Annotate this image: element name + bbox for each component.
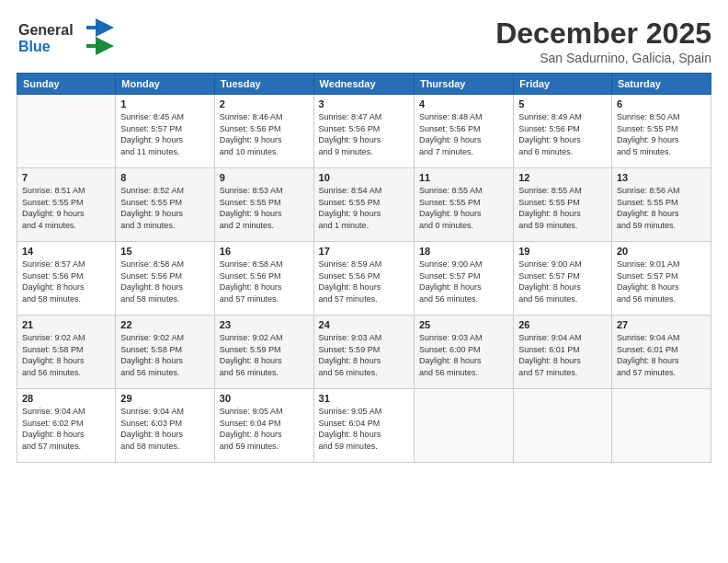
day-info: Sunrise: 8:52 AMSunset: 5:55 PMDaylight:… xyxy=(120,185,210,231)
day-info: Sunrise: 8:46 AMSunset: 5:56 PMDaylight:… xyxy=(220,111,309,157)
logo-blue-text: Blue xyxy=(18,39,51,54)
day-number: 26 xyxy=(518,319,607,330)
day-number: 10 xyxy=(319,172,409,183)
day-number: 11 xyxy=(419,172,508,183)
day-info: Sunrise: 8:47 AMSunset: 5:56 PMDaylight:… xyxy=(319,111,409,157)
day-info: Sunrise: 8:48 AMSunset: 5:56 PMDaylight:… xyxy=(419,111,508,157)
calendar-week-row: 14Sunrise: 8:57 AMSunset: 5:56 PMDayligh… xyxy=(17,242,711,316)
header-thursday: Thursday xyxy=(414,74,513,95)
day-number: 30 xyxy=(220,393,309,404)
calendar-header: Sunday Monday Tuesday Wednesday Thursday… xyxy=(17,74,711,95)
calendar-cell: 8Sunrise: 8:52 AMSunset: 5:55 PMDaylight… xyxy=(116,168,215,242)
calendar-cell: 25Sunrise: 9:03 AMSunset: 6:00 PMDayligh… xyxy=(414,316,513,389)
page: General Blue December 2025 San Sadurnino… xyxy=(0,0,728,563)
day-number: 13 xyxy=(617,172,706,183)
calendar-cell: 30Sunrise: 9:05 AMSunset: 6:04 PMDayligh… xyxy=(214,389,313,463)
day-info: Sunrise: 9:05 AMSunset: 6:04 PMDaylight:… xyxy=(220,406,309,452)
day-info: Sunrise: 9:04 AMSunset: 6:01 PMDaylight:… xyxy=(617,332,706,378)
title-block: December 2025 San Sadurnino, Galicia, Sp… xyxy=(495,17,711,65)
calendar-table: Sunday Monday Tuesday Wednesday Thursday… xyxy=(17,73,711,463)
logo-arrow-icon xyxy=(86,18,114,37)
day-number: 24 xyxy=(319,319,409,330)
header-monday: Monday xyxy=(116,74,215,95)
day-info: Sunrise: 9:02 AMSunset: 5:59 PMDaylight:… xyxy=(220,332,309,378)
calendar-cell: 4Sunrise: 8:48 AMSunset: 5:56 PMDaylight… xyxy=(414,95,513,168)
calendar-cell xyxy=(514,389,612,463)
calendar-cell: 29Sunrise: 9:04 AMSunset: 6:03 PMDayligh… xyxy=(116,389,215,463)
day-number: 2 xyxy=(220,98,309,109)
calendar-cell: 3Sunrise: 8:47 AMSunset: 5:56 PMDaylight… xyxy=(313,95,414,168)
day-info: Sunrise: 8:57 AMSunset: 5:56 PMDaylight:… xyxy=(22,259,110,304)
calendar-cell: 15Sunrise: 8:58 AMSunset: 5:56 PMDayligh… xyxy=(116,242,215,316)
day-number: 16 xyxy=(220,246,309,257)
day-info: Sunrise: 8:55 AMSunset: 5:55 PMDaylight:… xyxy=(518,185,607,231)
day-number: 25 xyxy=(419,319,508,330)
calendar-cell xyxy=(414,389,513,463)
day-info: Sunrise: 8:45 AMSunset: 5:57 PMDaylight:… xyxy=(120,111,210,157)
day-number: 5 xyxy=(518,98,607,109)
calendar-cell: 9Sunrise: 8:53 AMSunset: 5:55 PMDaylight… xyxy=(214,168,313,242)
day-number: 14 xyxy=(22,246,110,257)
calendar-cell: 5Sunrise: 8:49 AMSunset: 5:56 PMDaylight… xyxy=(514,95,612,168)
day-info: Sunrise: 9:00 AMSunset: 5:57 PMDaylight:… xyxy=(419,259,508,304)
day-number: 15 xyxy=(120,246,210,257)
day-number: 7 xyxy=(22,172,110,183)
day-number: 19 xyxy=(518,246,607,257)
calendar-cell xyxy=(17,95,116,168)
day-number: 29 xyxy=(120,393,210,404)
day-number: 8 xyxy=(120,172,210,183)
calendar-cell: 10Sunrise: 8:54 AMSunset: 5:55 PMDayligh… xyxy=(313,168,414,242)
day-info: Sunrise: 8:49 AMSunset: 5:56 PMDaylight:… xyxy=(518,111,607,157)
day-info: Sunrise: 8:51 AMSunset: 5:55 PMDaylight:… xyxy=(22,185,110,231)
day-number: 20 xyxy=(617,246,706,257)
header: General Blue December 2025 San Sadurnino… xyxy=(17,17,711,65)
calendar-cell: 13Sunrise: 8:56 AMSunset: 5:55 PMDayligh… xyxy=(611,168,711,242)
day-info: Sunrise: 9:02 AMSunset: 5:58 PMDaylight:… xyxy=(120,332,210,378)
logo-svg: General Blue xyxy=(17,17,118,57)
day-info: Sunrise: 9:03 AMSunset: 6:00 PMDaylight:… xyxy=(419,332,508,378)
day-number: 9 xyxy=(220,172,309,183)
day-info: Sunrise: 9:01 AMSunset: 5:57 PMDaylight:… xyxy=(617,259,706,304)
logo-arrow-green-icon xyxy=(86,37,114,55)
header-tuesday: Tuesday xyxy=(214,74,313,95)
day-info: Sunrise: 8:53 AMSunset: 5:55 PMDaylight:… xyxy=(220,185,309,231)
day-info: Sunrise: 9:05 AMSunset: 6:04 PMDaylight:… xyxy=(319,406,409,452)
calendar-cell: 19Sunrise: 9:00 AMSunset: 5:57 PMDayligh… xyxy=(514,242,612,316)
day-info: Sunrise: 8:54 AMSunset: 5:55 PMDaylight:… xyxy=(319,185,409,231)
day-number: 18 xyxy=(419,246,508,257)
day-info: Sunrise: 9:02 AMSunset: 5:58 PMDaylight:… xyxy=(22,332,110,378)
calendar-cell: 31Sunrise: 9:05 AMSunset: 6:04 PMDayligh… xyxy=(313,389,414,463)
location-subtitle: San Sadurnino, Galicia, Spain xyxy=(495,51,711,65)
day-info: Sunrise: 8:59 AMSunset: 5:56 PMDaylight:… xyxy=(319,259,409,304)
day-number: 28 xyxy=(22,393,110,404)
day-number: 12 xyxy=(518,172,607,183)
day-info: Sunrise: 9:04 AMSunset: 6:01 PMDaylight:… xyxy=(518,332,607,378)
calendar-cell: 12Sunrise: 8:55 AMSunset: 5:55 PMDayligh… xyxy=(514,168,612,242)
calendar-cell: 1Sunrise: 8:45 AMSunset: 5:57 PMDaylight… xyxy=(116,95,215,168)
day-number: 6 xyxy=(617,98,706,109)
day-info: Sunrise: 8:56 AMSunset: 5:55 PMDaylight:… xyxy=(617,185,706,231)
day-number: 22 xyxy=(120,319,210,330)
header-saturday: Saturday xyxy=(611,74,711,95)
day-number: 17 xyxy=(319,246,409,257)
day-number: 3 xyxy=(319,98,409,109)
day-info: Sunrise: 9:03 AMSunset: 5:59 PMDaylight:… xyxy=(319,332,409,378)
calendar-cell: 28Sunrise: 9:04 AMSunset: 6:02 PMDayligh… xyxy=(17,389,116,463)
calendar-body: 1Sunrise: 8:45 AMSunset: 5:57 PMDaylight… xyxy=(17,95,711,463)
calendar-cell: 2Sunrise: 8:46 AMSunset: 5:56 PMDaylight… xyxy=(214,95,313,168)
logo: General Blue xyxy=(17,17,118,61)
day-info: Sunrise: 8:55 AMSunset: 5:55 PMDaylight:… xyxy=(419,185,508,231)
calendar-cell: 6Sunrise: 8:50 AMSunset: 5:55 PMDaylight… xyxy=(611,95,711,168)
day-number: 23 xyxy=(220,319,309,330)
calendar-cell: 23Sunrise: 9:02 AMSunset: 5:59 PMDayligh… xyxy=(214,316,313,389)
calendar-week-row: 7Sunrise: 8:51 AMSunset: 5:55 PMDaylight… xyxy=(17,168,711,242)
day-number: 27 xyxy=(617,319,706,330)
header-friday: Friday xyxy=(514,74,612,95)
calendar-cell: 7Sunrise: 8:51 AMSunset: 5:55 PMDaylight… xyxy=(17,168,116,242)
day-info: Sunrise: 8:50 AMSunset: 5:55 PMDaylight:… xyxy=(617,111,706,157)
calendar-cell: 17Sunrise: 8:59 AMSunset: 5:56 PMDayligh… xyxy=(313,242,414,316)
calendar-cell: 20Sunrise: 9:01 AMSunset: 5:57 PMDayligh… xyxy=(611,242,711,316)
day-info: Sunrise: 9:04 AMSunset: 6:02 PMDaylight:… xyxy=(22,406,110,452)
calendar-cell: 22Sunrise: 9:02 AMSunset: 5:58 PMDayligh… xyxy=(116,316,215,389)
weekday-header-row: Sunday Monday Tuesday Wednesday Thursday… xyxy=(17,74,711,95)
